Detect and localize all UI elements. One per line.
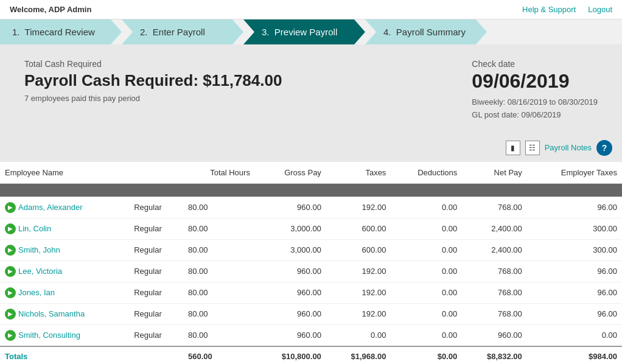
total-cash-label: Total Cash Required — [24, 59, 282, 69]
row-arrow-icon: ▶ — [5, 330, 16, 341]
row-total-hours: 80.00 — [183, 239, 255, 261]
row-taxes: 600.00 — [326, 239, 391, 261]
row-taxes: 192.00 — [326, 303, 391, 324]
row-taxes: 192.00 — [326, 282, 391, 303]
row-type: Regular — [129, 324, 183, 346]
total-cash-value: Payroll Cash Required: $11,784.00 — [24, 71, 282, 90]
row-employer-taxes: 0.00 — [527, 324, 622, 346]
view-icon-grid[interactable]: ☷ — [525, 141, 540, 155]
logout-link[interactable]: Logout — [588, 5, 612, 14]
row-type: Regular — [129, 282, 183, 303]
totals-net-pay: $8,832.00 — [462, 346, 527, 364]
row-gross-pay: 960.00 — [255, 261, 326, 282]
wizard-step-3[interactable]: 3. Preview Payroll — [243, 19, 365, 44]
row-arrow-icon: ▶ — [5, 202, 16, 213]
row-net-pay: 768.00 — [462, 282, 527, 303]
row-type: Regular — [129, 261, 183, 282]
col-employee-name: Employee Name — [0, 162, 129, 184]
row-deductions: 0.00 — [391, 261, 462, 282]
wizard-step-3-label: 3. Preview Payroll — [262, 27, 337, 37]
row-net-pay: 960.00 — [462, 324, 527, 346]
view-icon-single[interactable]: ▮ — [506, 141, 520, 155]
row-deductions: 0.00 — [391, 282, 462, 303]
row-arrow-icon: ▶ — [5, 309, 16, 320]
table-row: ▶Adams, Alexander Regular 80.00 960.00 1… — [0, 197, 622, 218]
row-total-hours: 80.00 — [183, 324, 255, 346]
row-total-hours: 80.00 — [183, 282, 255, 303]
table-section: Employee Name Total Hours Gross Pay Taxe… — [0, 162, 622, 364]
row-employer-taxes: 96.00 — [527, 261, 622, 282]
row-arrow-icon: ▶ — [5, 266, 16, 277]
table-row: ▶Lin, Colin Regular 80.00 3,000.00 600.0… — [0, 218, 622, 239]
row-deductions: 0.00 — [391, 303, 462, 324]
row-total-hours: 80.00 — [183, 261, 255, 282]
wizard-step-4[interactable]: 4. Payroll Summary — [365, 19, 487, 44]
row-type: Regular — [129, 197, 183, 218]
table-row: ▶Nichols, Samantha Regular 80.00 960.00 … — [0, 303, 622, 324]
row-net-pay: 2,400.00 — [462, 239, 527, 261]
totals-gross-pay: $10,800.00 — [255, 346, 326, 364]
row-total-hours: 80.00 — [183, 218, 255, 239]
table-row: ▶Smith, John Regular 80.00 3,000.00 600.… — [0, 239, 622, 261]
row-arrow-icon: ▶ — [5, 223, 16, 234]
row-employer-taxes: 300.00 — [527, 239, 622, 261]
col-net-pay: Net Pay — [462, 162, 527, 184]
row-deductions: 0.00 — [391, 324, 462, 346]
nav-links: Help & Support Logout — [522, 5, 612, 14]
summary-left: Total Cash Required Payroll Cash Require… — [24, 59, 282, 103]
totals-hours: 560.00 — [183, 346, 255, 364]
biweekly-range: Biweekly: 08/16/2019 to 08/30/2019 — [472, 96, 598, 109]
payroll-table: Employee Name Total Hours Gross Pay Taxe… — [0, 162, 622, 364]
wizard-step-2[interactable]: 2. Enter Payroll — [122, 19, 243, 44]
row-gross-pay: 3,000.00 — [255, 218, 326, 239]
employee-name[interactable]: ▶Smith, John — [0, 239, 129, 261]
employee-name[interactable]: ▶Nichols, Samantha — [0, 303, 129, 324]
row-taxes: 192.00 — [326, 261, 391, 282]
col-total-hours: Total Hours — [183, 162, 255, 184]
row-gross-pay: 960.00 — [255, 303, 326, 324]
wizard-step-1-label: 1. Timecard Review — [12, 27, 95, 37]
row-total-hours: 80.00 — [183, 303, 255, 324]
gl-post-date: GL post date: 09/06/2019 — [472, 109, 598, 122]
col-employer-taxes: Employer Taxes — [527, 162, 622, 184]
help-support-link[interactable]: Help & Support — [522, 5, 576, 14]
welcome-text: Welcome, ADP Admin — [10, 5, 91, 14]
help-icon[interactable]: ? — [596, 140, 612, 156]
totals-type — [129, 346, 183, 364]
employee-name[interactable]: ▶Jones, Ian — [0, 282, 129, 303]
table-header-row: Employee Name Total Hours Gross Pay Taxe… — [0, 162, 622, 184]
employee-name[interactable]: ▶Adams, Alexander — [0, 197, 129, 218]
row-employer-taxes: 96.00 — [527, 282, 622, 303]
totals-taxes: $1,968.00 — [326, 346, 391, 364]
payroll-notes-link[interactable]: Payroll Notes — [545, 143, 592, 152]
employee-name[interactable]: ▶Lin, Colin — [0, 218, 129, 239]
col-gross-pay: Gross Pay — [255, 162, 326, 184]
check-date-value: 09/06/2019 — [472, 70, 598, 93]
row-type: Regular — [129, 218, 183, 239]
employee-name[interactable]: ▶Lee, Victoria — [0, 261, 129, 282]
row-deductions: 0.00 — [391, 197, 462, 218]
top-nav: Welcome, ADP Admin Help & Support Logout — [0, 0, 622, 19]
col-taxes: Taxes — [326, 162, 391, 184]
row-arrow-icon: ▶ — [5, 287, 16, 298]
wizard-step-4-label: 4. Payroll Summary — [383, 27, 466, 37]
col-deductions: Deductions — [391, 162, 462, 184]
employee-name[interactable]: ▶Smith, Consulting — [0, 324, 129, 346]
row-deductions: 0.00 — [391, 239, 462, 261]
row-employer-taxes: 96.00 — [527, 197, 622, 218]
totals-label: Totals — [0, 346, 129, 364]
row-taxes: 192.00 — [326, 197, 391, 218]
row-net-pay: 768.00 — [462, 261, 527, 282]
wizard-step-1[interactable]: 1. Timecard Review — [0, 19, 122, 44]
row-gross-pay: 3,000.00 — [255, 239, 326, 261]
wizard-bar: 1. Timecard Review 2. Enter Payroll 3. P… — [0, 19, 622, 44]
row-net-pay: 2,400.00 — [462, 218, 527, 239]
totals-employer-taxes: $984.00 — [527, 346, 622, 364]
row-deductions: 0.00 — [391, 218, 462, 239]
row-taxes: 600.00 — [326, 218, 391, 239]
row-gross-pay: 960.00 — [255, 197, 326, 218]
summary-right: Check date 09/06/2019 Biweekly: 08/16/20… — [472, 59, 598, 122]
wizard-step-2-label: 2. Enter Payroll — [140, 27, 205, 37]
table-row: ▶Smith, Consulting Regular 80.00 960.00 … — [0, 324, 622, 346]
row-taxes: 0.00 — [326, 324, 391, 346]
